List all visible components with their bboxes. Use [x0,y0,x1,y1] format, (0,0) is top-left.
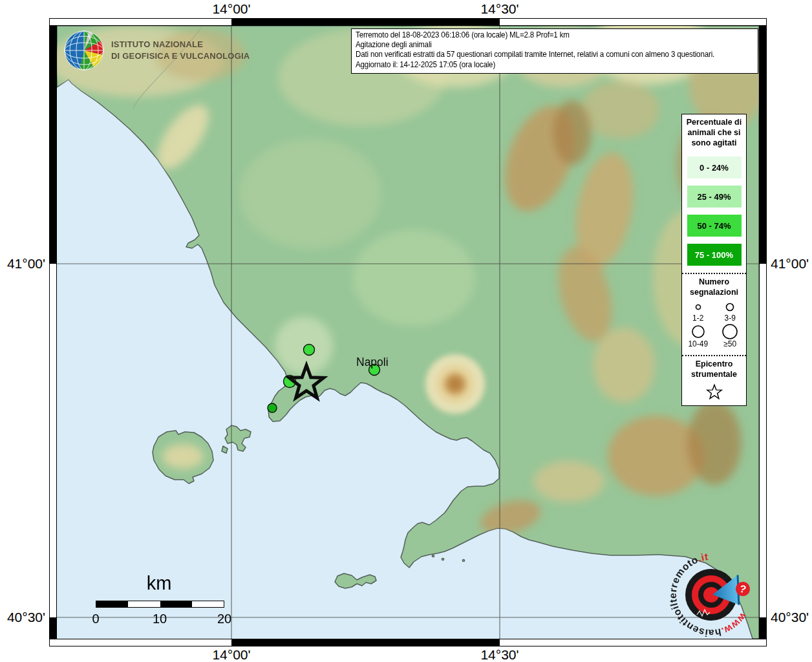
islet [462,559,464,561]
islet [442,558,443,560]
scalebar-tick-0: 0 [83,612,109,626]
legend-swatch-75-100: 75 - 100% [687,244,742,266]
legend-swatch-label: 50 - 74% [697,221,731,231]
scalebar-tick-10: 10 [147,612,173,626]
legend-swatch-0-24: 0 - 24% [687,156,742,178]
legend-swatch-25-49: 25 - 49% [687,186,742,208]
map-canvas: Napoli [57,26,759,639]
legend-swatch-label: 75 - 100% [695,250,733,260]
scalebar-seg [128,601,160,607]
scalebar [96,601,224,608]
count-label: 10-49 [688,340,708,348]
scalebar-seg [160,601,192,607]
count-circle-icon [690,299,707,314]
legend-count-3-9: 3-9 [721,299,738,322]
legend-swatch-label: 0 - 24% [700,163,729,173]
legend-count-10-49: 10-49 [688,323,708,348]
page: Napoli 14°00' 14°30' 14°00' 14°30' 41°00… [0,0,812,662]
haisentitoilterremoto-watermark-link[interactable]: ? www.haisentitoilterremoto.it [657,542,765,650]
event-updated-at: Aggiornato il: 14-12-2025 17:05 (ora loc… [356,60,726,70]
count-circle-icon [721,299,738,314]
axis-label-lon-top-right: 14°30' [464,1,535,17]
ingv-name-line1: ISTITUTO NAZIONALE [111,39,203,49]
legend-counts-title: Numero segnalazioni [682,274,746,299]
event-subtitle: Agitazione degli animali [356,40,726,50]
axis-label-lat-left-bottom: 40°30' [0,610,45,625]
legend-count-grid: 1-2 3-9 10-49 ≥50 [682,299,746,348]
vesuvius-relief [425,354,485,414]
frame-left-black [50,26,56,264]
frame-top-black [231,19,500,25]
legend-count-50plus: ≥50 [721,323,739,348]
ingv-globe-icon [65,31,103,70]
count-circle-icon [721,323,739,340]
count-label: ≥50 [723,340,736,348]
report-circle [304,345,315,356]
frame-right-black [760,26,766,264]
scalebar-tick-20: 20 [211,612,237,626]
report-circle [268,403,277,412]
legend-swatch-50-74: 50 - 74% [687,215,742,237]
axis-label-lat-left-top: 41°00' [0,256,45,272]
legend: Percentuale di animali che si sono agita… [681,114,747,406]
legend-percent-title: Percentuale di animali che si sono agita… [682,114,746,149]
scalebar-seg [96,601,128,607]
frame-left-black [50,617,56,639]
axis-label-lon-bottom-left: 14°00' [196,647,267,662]
count-label: 3-9 [725,314,736,322]
legend-swatch-label: 25 - 49% [697,192,731,202]
count-circle-icon [689,323,707,340]
event-info-box: Terremoto del 18-08-2023 06:18:06 (ora l… [351,28,758,74]
scalebar-unit: km [127,573,191,594]
islet [432,555,434,557]
event-title: Terremoto del 18-08-2023 06:18:06 (ora l… [356,30,726,40]
city-label: Napoli [356,356,389,368]
legend-epicenter-title: Epicentro strumentale [682,356,746,381]
ingv-logo: ISTITUTO NAZIONALE DI GEOFISICA E VULCAN… [59,28,273,74]
event-data-note: Dati non verificati estratti da 57 quest… [356,50,726,59]
frame-bottom-black [231,639,500,646]
count-label: 1-2 [692,314,703,322]
scalebar-seg [192,601,224,607]
axis-label-lat-right-top: 41°00' [771,256,809,272]
axis-label-lon-top-left: 14°00' [196,1,267,17]
axis-label-lon-bottom-right: 14°30' [464,647,535,662]
epicenter-star-icon [705,383,724,401]
legend-count-1-2: 1-2 [690,299,707,322]
ingv-name-line2: DI GEOFISICA E VULCANOLOGIA [111,51,250,61]
axis-label-lat-right-bottom: 40°30' [771,610,809,625]
